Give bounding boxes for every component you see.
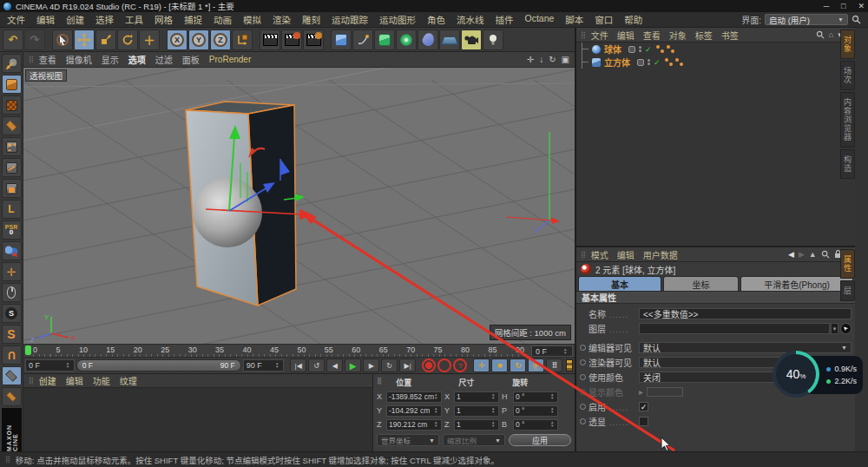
viewport-canvas[interactable]: Y X Z bbox=[23, 68, 575, 344]
magnet-snap-icon[interactable]: U bbox=[2, 345, 22, 365]
play-reverse-button[interactable]: ↺ bbox=[308, 358, 325, 372]
anim-dot-icon[interactable] bbox=[580, 404, 586, 410]
add-camera-icon[interactable] bbox=[461, 30, 482, 50]
step-back-button[interactable]: ◀ bbox=[326, 358, 343, 372]
menu-12[interactable]: 运动图形 bbox=[379, 13, 416, 26]
edges-mode-icon[interactable] bbox=[2, 158, 22, 177]
om-side-tab-1[interactable]: 场次 bbox=[840, 61, 855, 90]
object-row-cube[interactable]: 立方体 ✓ bbox=[576, 56, 855, 69]
move-tool-icon[interactable] bbox=[74, 30, 95, 50]
home-icon[interactable]: ⌂ bbox=[829, 30, 833, 39]
panel-grip-icon[interactable]: ⣿ bbox=[581, 251, 586, 259]
key-rotation-toggle[interactable]: ↻ bbox=[510, 358, 526, 372]
search-icon[interactable] bbox=[821, 250, 830, 259]
rotate-tool-icon[interactable] bbox=[117, 30, 138, 50]
anim-dot-icon[interactable] bbox=[580, 374, 586, 380]
jump-start-button[interactable]: |◀ bbox=[290, 358, 306, 372]
coordinate-system-icon[interactable] bbox=[232, 30, 253, 50]
range-end-field[interactable]: 90 F bbox=[243, 359, 284, 372]
key-position-toggle[interactable]: ✛ bbox=[473, 358, 490, 372]
mat-menu-3[interactable]: 纹理 bbox=[120, 374, 137, 387]
lock-x-axis-icon[interactable]: X bbox=[167, 30, 187, 50]
apply-button[interactable]: 应用 bbox=[509, 434, 571, 446]
menu-18[interactable]: 窗口 bbox=[595, 13, 613, 26]
enabled-check-icon[interactable]: ✓ bbox=[645, 45, 652, 54]
add-cube-icon[interactable] bbox=[331, 30, 352, 50]
vp-menu-prorender[interactable]: ProRender bbox=[209, 55, 251, 64]
step-forward-button[interactable]: ▶ bbox=[363, 358, 379, 372]
keyframe-selection-button[interactable]: ? bbox=[453, 358, 467, 372]
tag-icon[interactable] bbox=[675, 58, 683, 66]
snap-settings-icon[interactable]: S bbox=[2, 304, 22, 323]
basic-properties-header[interactable]: 基本属性 bbox=[576, 291, 855, 304]
spinner-icon[interactable] bbox=[66, 360, 71, 371]
add-subdivision-surface-icon[interactable] bbox=[374, 30, 395, 50]
object-row-sphere[interactable]: 球体 ✓ bbox=[576, 43, 855, 56]
texture-mode-icon[interactable] bbox=[2, 95, 22, 115]
vp-menu-options[interactable]: 选项 bbox=[128, 53, 146, 66]
psr-keyframe-icon[interactable]: PSR0 bbox=[2, 220, 22, 240]
vp-menu-panel[interactable]: 面板 bbox=[182, 53, 200, 66]
mat-menu-1[interactable]: 编辑 bbox=[66, 374, 83, 387]
viewport-perspective[interactable]: ⣿ 查看 摄像机 显示 选项 过滤 面板 ProRender ✛ ↓ ↻ ▣ 透… bbox=[23, 52, 575, 344]
interface-dropdown[interactable]: 启动 (用户)▼ bbox=[765, 14, 848, 25]
menu-16[interactable]: Octane bbox=[525, 13, 555, 26]
layer-icon[interactable] bbox=[628, 46, 635, 53]
anim-dot-icon[interactable] bbox=[580, 418, 586, 424]
key-pla-toggle[interactable]: ⠿ bbox=[546, 358, 562, 372]
menu-19[interactable]: 帮助 bbox=[624, 13, 642, 26]
close-button[interactable]: ✕ bbox=[858, 2, 865, 10]
menu-4[interactable]: 工具 bbox=[125, 13, 143, 26]
add-spline-icon[interactable] bbox=[352, 30, 373, 50]
mouse-move-icon[interactable] bbox=[2, 283, 22, 302]
size-x-field[interactable]: 1 bbox=[454, 391, 499, 403]
model-mode-icon[interactable] bbox=[2, 75, 22, 94]
phong-tag-icon[interactable] bbox=[656, 45, 664, 53]
key-parameter-toggle[interactable]: Ⓟ bbox=[528, 358, 544, 372]
lock-workplane-icon[interactable] bbox=[2, 366, 22, 385]
menu-8[interactable]: 模拟 bbox=[243, 13, 261, 26]
menu-13[interactable]: 角色 bbox=[427, 13, 445, 26]
last-tool-icon[interactable]: ＋ bbox=[139, 30, 160, 50]
polygons-mode-icon[interactable] bbox=[2, 179, 22, 198]
anim-dot-icon[interactable] bbox=[580, 345, 586, 351]
snap-psr-icon[interactable] bbox=[2, 241, 22, 260]
render-settings-icon[interactable] bbox=[303, 30, 324, 50]
up-icon[interactable]: ▲ bbox=[809, 250, 817, 259]
expand-icon[interactable]: ▸ bbox=[639, 387, 643, 397]
autokey-button[interactable] bbox=[437, 358, 451, 372]
rot-b-field[interactable]: 0 ° bbox=[513, 419, 558, 431]
progress-ring[interactable]: 40% bbox=[773, 351, 819, 398]
script-icon[interactable]: S bbox=[2, 325, 22, 344]
pos-y-field[interactable]: -104.292 cm bbox=[386, 405, 442, 417]
panel-grip-icon[interactable]: ⣿ bbox=[581, 31, 586, 39]
toggle-view-icon[interactable]: ▣ bbox=[562, 55, 569, 64]
phong-tag-icon[interactable] bbox=[665, 58, 673, 66]
forward-icon[interactable]: ▶ bbox=[799, 250, 805, 259]
render-view-icon[interactable] bbox=[260, 30, 280, 50]
maximize-button[interactable]: □ bbox=[841, 2, 845, 10]
make-editable-icon[interactable] bbox=[2, 54, 22, 73]
xray-checkbox[interactable] bbox=[639, 417, 648, 426]
search-icon[interactable] bbox=[852, 15, 861, 24]
menu-9[interactable]: 渲染 bbox=[273, 13, 291, 26]
size-z-field[interactable]: 1 bbox=[454, 419, 499, 431]
record-keyframe-button[interactable] bbox=[422, 358, 436, 372]
menu-7[interactable]: 动画 bbox=[214, 13, 232, 26]
undo-icon[interactable]: ↶ bbox=[3, 30, 23, 50]
lock-z-axis-icon[interactable]: Z bbox=[210, 30, 231, 50]
menu-1[interactable]: 编辑 bbox=[36, 13, 55, 26]
pos-z-field[interactable]: 190.212 cm bbox=[386, 419, 442, 431]
menu-0[interactable]: 文件 bbox=[7, 13, 25, 26]
vp-menu-view[interactable]: 查看 bbox=[39, 53, 56, 66]
scale-tool-icon[interactable] bbox=[95, 30, 116, 50]
layer-field[interactable] bbox=[639, 323, 830, 334]
search-icon[interactable] bbox=[816, 30, 825, 39]
menu-2[interactable]: 创建 bbox=[66, 13, 84, 26]
enabled-check-icon[interactable]: ✓ bbox=[654, 58, 661, 67]
rot-h-field[interactable]: 0 ° bbox=[513, 391, 558, 403]
om-side-tab-0[interactable]: 对象 bbox=[840, 30, 855, 59]
om-side-tab-3[interactable]: 构造 bbox=[840, 149, 855, 179]
add-array-icon[interactable] bbox=[396, 30, 417, 50]
add-deformer-icon[interactable] bbox=[418, 30, 438, 50]
